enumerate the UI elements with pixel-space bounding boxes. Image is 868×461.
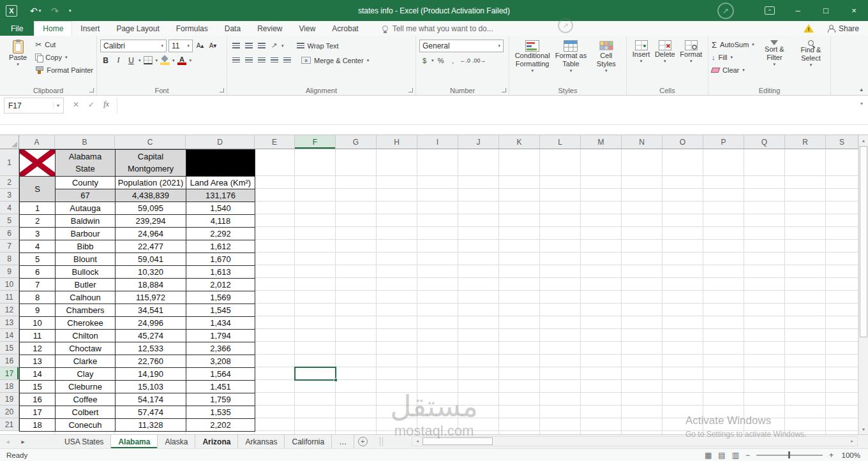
county-area-cell[interactable]: 1,794 bbox=[186, 330, 255, 342]
sheet-tab-more[interactable]: … bbox=[332, 435, 354, 448]
county-area-cell[interactable]: 1,569 bbox=[186, 291, 255, 304]
ribbon-tab-page-layout[interactable]: Page Layout bbox=[108, 21, 167, 36]
county-id-cell[interactable]: 9 bbox=[20, 304, 56, 317]
county-area-cell[interactable]: 1,564 bbox=[186, 368, 255, 381]
column-header-k[interactable]: K bbox=[499, 135, 540, 149]
column-header-e[interactable]: E bbox=[255, 135, 295, 149]
row-header-15[interactable]: 15 bbox=[0, 342, 19, 355]
column-header-g[interactable]: G bbox=[336, 135, 377, 149]
county-area-cell[interactable]: 3,208 bbox=[186, 355, 255, 368]
zoom-slider[interactable] bbox=[756, 450, 823, 460]
county-name-cell[interactable]: Bibb bbox=[56, 240, 116, 253]
county-id-cell[interactable]: 15 bbox=[20, 381, 56, 393]
page-layout-view-icon[interactable]: ▤ bbox=[718, 451, 725, 460]
area-header-cell[interactable]: Land Area (Km²) bbox=[186, 177, 255, 189]
increase-indent-button[interactable] bbox=[281, 55, 292, 66]
borders-button[interactable] bbox=[143, 55, 154, 66]
row-header-1[interactable]: 1 bbox=[0, 149, 19, 176]
row-header-2[interactable]: 2 bbox=[0, 176, 19, 189]
paste-button[interactable]: Paste ▾ bbox=[3, 38, 33, 85]
ribbon-display-options-button[interactable]: ^ bbox=[756, 0, 784, 21]
format-painter-button[interactable]: Format Painter bbox=[35, 64, 93, 77]
county-name-cell[interactable]: Choctaw bbox=[56, 342, 116, 355]
fill-color-button[interactable] bbox=[160, 55, 170, 66]
ribbon-tab-view[interactable]: View bbox=[291, 21, 324, 36]
county-count-cell[interactable]: 67 bbox=[56, 189, 116, 202]
undo-button[interactable]: ↶▾ bbox=[30, 6, 41, 16]
county-name-cell[interactable]: Calhoun bbox=[56, 291, 116, 304]
middle-align-button[interactable] bbox=[243, 40, 254, 52]
wrap-text-button[interactable]: Wrap Text bbox=[297, 40, 339, 52]
row-header-9[interactable]: 9 bbox=[0, 265, 19, 278]
cancel-formula-icon[interactable]: ✕ bbox=[73, 100, 79, 109]
county-population-cell[interactable]: 239,294 bbox=[116, 215, 186, 228]
row-header-12[interactable]: 12 bbox=[0, 304, 19, 316]
zoom-in-button[interactable]: + bbox=[829, 451, 834, 460]
sheet-tab-arizona[interactable]: Arizona bbox=[195, 435, 238, 448]
county-population-cell[interactable]: 22,760 bbox=[116, 355, 186, 368]
ribbon-tab-acrobat[interactable]: Acrobat bbox=[324, 21, 366, 36]
excel-app-icon[interactable]: X bbox=[6, 5, 17, 17]
minimize-button[interactable]: – bbox=[784, 0, 812, 21]
alabama-flag-image[interactable] bbox=[20, 150, 56, 177]
county-id-cell[interactable]: 12 bbox=[20, 342, 56, 355]
ribbon-tab-home[interactable]: Home bbox=[34, 21, 72, 36]
sheet-tab-california[interactable]: California bbox=[285, 435, 332, 448]
autosum-button[interactable]: ΣAutoSum▾ bbox=[712, 38, 754, 51]
county-name-cell[interactable]: Cherokee bbox=[56, 317, 116, 330]
scroll-up-icon[interactable]: ▲ bbox=[859, 135, 868, 145]
row-header-11[interactable]: 11 bbox=[0, 291, 19, 304]
county-population-cell[interactable]: 11,328 bbox=[116, 419, 186, 432]
county-name-cell[interactable]: Chilton bbox=[56, 330, 116, 342]
align-right-button[interactable] bbox=[256, 55, 267, 66]
page-break-view-icon[interactable]: ▥ bbox=[732, 451, 739, 460]
scroll-right-icon[interactable]: ▸ bbox=[847, 437, 857, 446]
expand-formula-bar-button[interactable]: ▾ bbox=[855, 101, 868, 106]
county-area-cell[interactable]: 1,670 bbox=[186, 253, 255, 266]
insert-cells-button[interactable]: Insert ▾ bbox=[631, 38, 652, 85]
column-header-l[interactable]: L bbox=[540, 135, 581, 149]
number-format-combobox[interactable]: General▾ bbox=[419, 40, 504, 52]
clipboard-dialog-launcher-icon[interactable] bbox=[89, 88, 94, 92]
county-name-cell[interactable]: Autauga bbox=[56, 202, 116, 215]
sheet-nav-left-icon[interactable]: ◂ bbox=[0, 435, 15, 448]
county-area-cell[interactable]: 2,012 bbox=[186, 279, 255, 291]
row-header-17[interactable]: 17 bbox=[0, 367, 19, 380]
ribbon-tab-review[interactable]: Review bbox=[249, 21, 290, 36]
county-id-cell[interactable]: 18 bbox=[20, 419, 56, 432]
county-population-cell[interactable]: 24,964 bbox=[116, 228, 186, 240]
tab-scroll-splitter[interactable] bbox=[380, 437, 383, 446]
row-header-20[interactable]: 20 bbox=[0, 406, 19, 418]
copy-button[interactable]: Copy▾ bbox=[35, 51, 93, 64]
column-header-h[interactable]: H bbox=[377, 135, 417, 149]
county-area-cell[interactable]: 1,434 bbox=[186, 317, 255, 330]
row-header-21[interactable]: 21 bbox=[0, 418, 19, 431]
county-name-cell[interactable]: Chambers bbox=[56, 304, 116, 317]
row-header-7[interactable]: 7 bbox=[0, 240, 19, 252]
county-id-cell[interactable]: 3 bbox=[20, 228, 56, 240]
county-population-cell[interactable]: 57,474 bbox=[116, 406, 186, 419]
name-box[interactable]: F17 ▾ bbox=[4, 98, 64, 113]
county-id-cell[interactable]: 2 bbox=[20, 215, 56, 228]
chevron-down-icon[interactable]: ▾ bbox=[53, 103, 59, 108]
total-area-cell[interactable]: 131,176 bbox=[186, 189, 255, 202]
county-name-cell[interactable]: Clay bbox=[56, 368, 116, 381]
scroll-left-icon[interactable]: ◂ bbox=[412, 437, 423, 446]
county-area-cell[interactable]: 1,612 bbox=[186, 240, 255, 253]
column-header-a[interactable]: A bbox=[19, 135, 55, 149]
column-header-c[interactable]: C bbox=[115, 135, 186, 149]
format-as-table-button[interactable]: Format as Table ▾ bbox=[552, 38, 589, 85]
total-population-cell[interactable]: 4,438,839 bbox=[116, 189, 186, 202]
column-header-r[interactable]: R bbox=[785, 135, 826, 149]
county-id-cell[interactable]: 1 bbox=[20, 202, 56, 215]
row-header-4[interactable]: 4 bbox=[0, 201, 19, 214]
sheet-tab-alabama[interactable]: Alabama bbox=[111, 435, 158, 448]
column-header-p[interactable]: P bbox=[703, 135, 744, 149]
comma-style-button[interactable]: , bbox=[448, 57, 458, 64]
percent-style-button[interactable]: % bbox=[436, 57, 446, 64]
tell-me-input[interactable]: Tell me what you want to do... bbox=[382, 21, 493, 36]
county-id-cell[interactable]: 17 bbox=[20, 406, 56, 419]
column-header-b[interactable]: B bbox=[55, 135, 115, 149]
align-left-button[interactable] bbox=[230, 55, 241, 66]
new-sheet-button[interactable]: + bbox=[354, 435, 371, 448]
